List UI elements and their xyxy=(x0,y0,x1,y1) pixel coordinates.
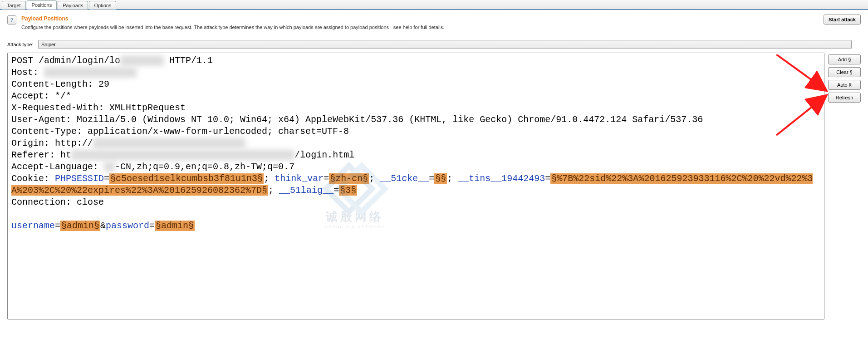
redacted-text: xxxxxxxxxxxxxxxxx xyxy=(44,67,137,78)
start-attack-button[interactable]: Start attack xyxy=(824,15,861,25)
redacted-text: xxxxxxxxxxxxxxxxxxxxxxxxxxxx xyxy=(93,138,245,148)
section-title: Payload Positions xyxy=(21,15,444,22)
section-description: Configure the positions where payloads w… xyxy=(21,25,444,30)
positions-panel: ? Payload Positions Configure the positi… xyxy=(0,10,868,325)
top-tabbar: Target Positions Payloads Options xyxy=(0,0,868,10)
auto-markers-button[interactable]: Auto § xyxy=(828,80,861,90)
help-icon[interactable]: ? xyxy=(7,15,16,25)
redacted-text: tp://xxxxxxxxxxxxxxxxxxxxxxxxxxxxxxxxxxx… xyxy=(71,150,294,160)
payload-marker[interactable]: §§ xyxy=(434,173,447,184)
payload-marker[interactable]: §zh-cn§ xyxy=(329,173,369,184)
payload-marker[interactable]: §3§ xyxy=(339,185,357,196)
payload-marker[interactable]: §admin§ xyxy=(155,221,195,231)
attack-type-label: Attack type: xyxy=(7,42,38,47)
attack-type-row: Attack type: Sniper xyxy=(7,40,861,49)
attack-type-select[interactable]: Sniper xyxy=(38,40,852,49)
tab-positions[interactable]: Positions xyxy=(27,0,57,10)
refresh-button[interactable]: Refresh xyxy=(828,93,861,103)
payload-marker[interactable]: §admin§ xyxy=(60,221,100,231)
clear-markers-button[interactable]: Clear § xyxy=(828,67,861,77)
side-buttons: Add § Clear § Auto § Refresh xyxy=(828,53,861,319)
redacted-text: gin.html xyxy=(120,55,164,66)
redacted-text: zh xyxy=(104,162,115,172)
request-editor[interactable]: POST /admin/login/login.html HTTP/1.1 Ho… xyxy=(7,53,824,319)
tab-options[interactable]: Options xyxy=(89,1,116,10)
payload-marker[interactable]: §c5oesed1selkcumbsb3f81u1n3§ xyxy=(109,173,264,184)
tab-payloads[interactable]: Payloads xyxy=(58,1,88,10)
add-marker-button[interactable]: Add § xyxy=(828,54,861,64)
tab-target[interactable]: Target xyxy=(2,1,26,10)
